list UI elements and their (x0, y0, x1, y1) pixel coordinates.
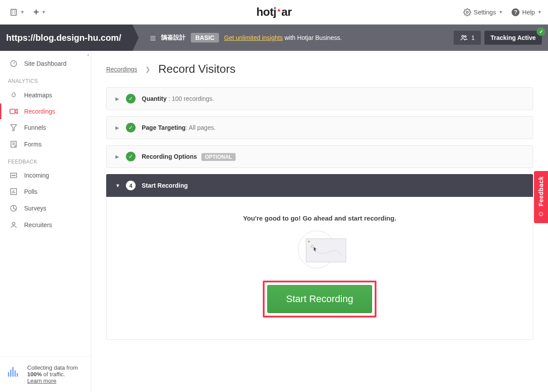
site-url-wrap: https://blog.design-hu.com/ (0, 25, 133, 51)
svg-point-19 (12, 175, 13, 176)
svg-point-8 (462, 36, 464, 38)
plan-badge: BASIC (191, 33, 219, 43)
sidebar-item-label: Heatmaps (24, 92, 52, 99)
cursor-path-icon (306, 239, 347, 263)
chevron-right-icon: ▶ (115, 154, 120, 160)
logo[interactable]: hotj▲ar (256, 5, 292, 19)
sidebar-footer: Collecting data from 100% of traffic. Le… (0, 356, 91, 392)
sidebar-item-heatmaps[interactable]: Heatmaps (0, 87, 91, 103)
panel-start-header-wrap: ▼ 4 Start Recording (106, 174, 533, 197)
ready-text: You're good to go! Go ahead and start re… (115, 214, 524, 222)
plus-icon: + (33, 7, 39, 17)
person-icon (9, 221, 18, 229)
site-url: https://blog.design-hu.com/ (6, 33, 121, 43)
panel-options-header[interactable]: ▶ ✓ Recording Options OPTIONAL (107, 146, 533, 167)
bar-chart-icon (9, 188, 18, 196)
check-icon: ✓ (126, 123, 136, 132)
sidebar-item-recruiters[interactable]: Recruiters (0, 217, 91, 233)
org-switcher[interactable]: ▼ (6, 6, 28, 19)
upgrade-suffix: with Hotjar Business. (283, 34, 342, 41)
header-right: Settings ▼ ? Help ▼ (463, 8, 542, 16)
smiley-icon: ☺ (537, 210, 544, 218)
optional-badge: OPTIONAL (201, 153, 236, 161)
pie-chart-icon (9, 204, 18, 212)
check-icon: ✓ (126, 94, 136, 103)
feedback-label: Feedback (537, 176, 544, 207)
inbox-icon (9, 172, 18, 179)
step-number: 4 (126, 181, 136, 190)
svg-point-7 (466, 11, 469, 13)
panel-quantity-header[interactable]: ▶ ✓ Quantity : 100 recordings. (107, 88, 533, 110)
users-count-box[interactable]: 1 (454, 31, 481, 45)
page-title: Record Visitors (158, 62, 236, 76)
sidebar-item-polls[interactable]: Polls (0, 183, 91, 200)
sidebar-collapse-toggle[interactable]: ‹ (87, 52, 89, 58)
panel-title: Start Recording (142, 182, 188, 189)
chevron-right-icon: ▶ (115, 125, 120, 131)
chevron-right-icon: ▶ (115, 96, 120, 102)
sidebar-item-label: Incoming (24, 172, 49, 179)
sidebar-item-label: Recruiters (24, 221, 52, 228)
footer-percent: 100% (27, 371, 42, 378)
panel-value: : 100 recordings. (167, 95, 214, 102)
svg-marker-14 (11, 125, 17, 131)
feedback-tab[interactable]: Feedback ☺ (534, 171, 548, 223)
settings-label: Settings (474, 9, 496, 16)
mini-chart-icon (8, 364, 21, 377)
site-bar-info: ▥ 鵠崙設計 BASIC Get unlimited insights with… (133, 25, 548, 51)
svg-point-29 (311, 245, 314, 248)
sidebar-item-surveys[interactable]: Surveys (0, 200, 91, 217)
sidebar-section-analytics: ANALYTICS (0, 72, 91, 87)
top-header: ▼ + ▼ hotj▲ar Settings ▼ ? Help ▼ (0, 0, 548, 25)
site-bar: https://blog.design-hu.com/ ▥ 鵠崙設計 BASIC… (0, 25, 548, 51)
sidebar-item-incoming[interactable]: Incoming (0, 167, 91, 183)
sidebar-item-funnels[interactable]: Funnels (0, 119, 91, 136)
users-count: 1 (471, 34, 475, 41)
sidebar-item-dashboard[interactable]: Site Dashboard (0, 55, 91, 72)
building-icon (10, 8, 18, 16)
svg-point-20 (13, 175, 14, 176)
sidebar-item-label: Forms (24, 141, 42, 148)
check-icon: ✓ (126, 152, 136, 161)
sidebar: ‹ Site Dashboard ANALYTICS Heatmaps Reco… (0, 51, 91, 392)
gauge-icon (9, 60, 18, 68)
panel-value: : All pages. (186, 124, 216, 131)
learn-more-link[interactable]: Learn more (27, 378, 78, 384)
footer-text: Collecting data from 100% of traffic. Le… (27, 364, 78, 384)
upgrade-link[interactable]: Get unlimited insights (224, 34, 283, 41)
sidebar-item-recordings[interactable]: Recordings (0, 103, 91, 119)
chevron-down-icon: ▼ (115, 183, 120, 188)
start-recording-button[interactable]: Start Recording (267, 285, 372, 313)
settings-menu[interactable]: Settings ▼ (463, 8, 503, 16)
footer-suffix: of traffic. (42, 371, 65, 378)
funnel-icon (9, 124, 18, 132)
sidebar-item-label: Surveys (24, 205, 47, 212)
panel-start-header[interactable]: ▼ 4 Start Recording (107, 175, 533, 196)
breadcrumb: Recordings ❯ Record Visitors (106, 62, 533, 76)
panel-start-body: You're good to go! Go ahead and start re… (106, 197, 533, 340)
svg-point-9 (465, 36, 466, 37)
flame-icon (9, 91, 18, 99)
panel-title: Quantity (142, 95, 167, 102)
caret-down-icon: ▼ (498, 10, 503, 14)
form-icon (9, 140, 18, 148)
sidebar-section-feedback: FEEDBACK (0, 153, 91, 167)
camera-icon (9, 108, 18, 114)
svg-marker-28 (313, 247, 317, 252)
caret-down-icon: ▼ (537, 10, 542, 14)
panel-targeting: ▶ ✓ Page Targeting: All pages. (106, 116, 533, 139)
breadcrumb-root[interactable]: Recordings (106, 66, 137, 73)
footer-line1: Collecting data from (27, 364, 78, 371)
sidebar-item-label: Site Dashboard (24, 60, 67, 67)
tracking-label: Tracking Active (491, 34, 536, 41)
help-icon: ? (512, 8, 519, 16)
svg-point-21 (14, 175, 15, 176)
main-content: Recordings ❯ Record Visitors ▶ ✓ Quantit… (91, 51, 548, 392)
chevron-right-icon: ❯ (145, 66, 150, 73)
sidebar-item-forms[interactable]: Forms (0, 136, 91, 153)
help-menu[interactable]: ? Help ▼ (512, 8, 542, 16)
tracking-status[interactable]: Tracking Active ✓ (484, 31, 542, 45)
panel-targeting-header[interactable]: ▶ ✓ Page Targeting: All pages. (107, 117, 533, 139)
add-menu[interactable]: + ▼ (30, 5, 50, 20)
layout: ‹ Site Dashboard ANALYTICS Heatmaps Reco… (0, 51, 548, 392)
